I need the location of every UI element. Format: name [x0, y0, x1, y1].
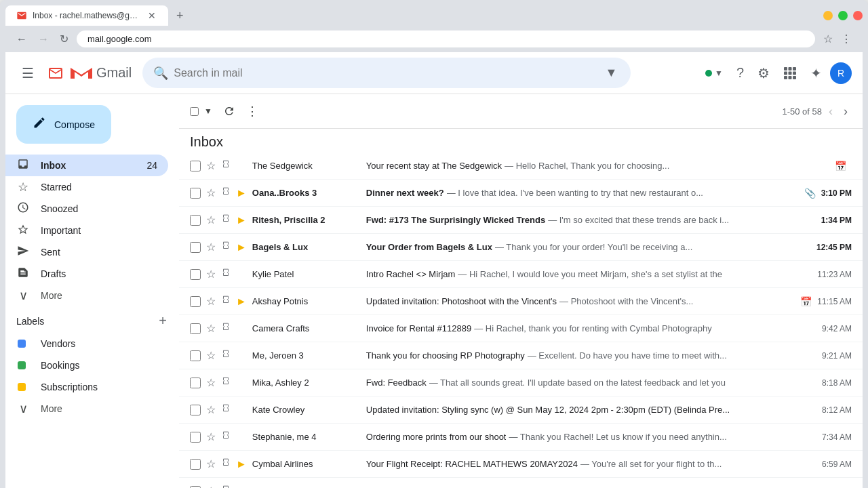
- star-icon[interactable]: ☆: [206, 430, 216, 443]
- labels-more-label: More: [41, 403, 62, 414]
- search-filter-button[interactable]: ▼: [602, 63, 620, 83]
- star-icon[interactable]: ☆: [206, 186, 216, 199]
- labels-more-item[interactable]: ∨ More: [5, 398, 168, 420]
- tab-close-button[interactable]: ✕: [146, 9, 157, 22]
- email-row[interactable]: ☆ ► Bagels & Lux Your Order from Bagels …: [179, 234, 863, 261]
- calendar-icon: 📅: [800, 296, 812, 307]
- star-icon[interactable]: ☆: [206, 376, 216, 389]
- inbox-label: Inbox: [41, 160, 136, 171]
- sidebar-item-sent[interactable]: Sent: [5, 241, 168, 263]
- star-icon[interactable]: ☆: [206, 485, 216, 488]
- next-page-button[interactable]: ›: [840, 102, 852, 121]
- email-row[interactable]: ☆ ► Kate Crowley Updated invitation: Sty…: [179, 396, 863, 424]
- email-checkbox[interactable]: [190, 486, 201, 489]
- minimize-button[interactable]: −: [823, 11, 833, 20]
- select-dropdown-button[interactable]: ▼: [200, 102, 216, 120]
- bookmark-button[interactable]: ☆: [821, 30, 835, 48]
- important-marker-icon: ►: [236, 214, 247, 226]
- email-row[interactable]: ☆ ► Cymbal Airlines Your Flight Receipt:…: [179, 451, 863, 478]
- sidebar-item-subscriptions[interactable]: Subscriptions: [5, 376, 168, 398]
- select-all-checkbox[interactable]: [190, 107, 199, 116]
- important-marker-icon: ►: [236, 458, 247, 470]
- email-checkbox[interactable]: [190, 459, 201, 470]
- hamburger-menu-button[interactable]: ☰: [16, 60, 39, 87]
- email-sender: The Sedgewick: [252, 161, 361, 171]
- more-options-button[interactable]: ⋮: [242, 100, 262, 123]
- email-row[interactable]: ☆ ► Stephanie, me 4 Ordering more prints…: [179, 424, 863, 451]
- star-icon[interactable]: ☆: [206, 268, 216, 281]
- sidebar-item-starred[interactable]: ☆ Starred: [5, 176, 168, 198]
- snooze-icon: [221, 214, 231, 226]
- email-row[interactable]: ☆ ► Camera Crafts Invoice for Rental #11…: [179, 315, 863, 342]
- add-label-button[interactable]: +: [157, 312, 168, 330]
- star-icon[interactable]: ☆: [206, 159, 216, 172]
- email-row[interactable]: ☆ ► Earl, Keri, me 4 Confirm stylists fo…: [179, 478, 863, 488]
- snooze-icon: [221, 377, 231, 388]
- back-button[interactable]: ←: [14, 30, 30, 48]
- select-all-checkbox-wrap[interactable]: ▼: [190, 102, 216, 120]
- email-preview: — I love that idea. I've been wanting to…: [447, 188, 799, 198]
- grid-apps-button[interactable]: [778, 61, 802, 85]
- header-icons: ▼ ? ⚙ ✦ R: [700, 60, 852, 87]
- email-checkbox[interactable]: [190, 215, 201, 226]
- email-checkbox[interactable]: [190, 350, 201, 361]
- sidebar-item-vendors[interactable]: Vendors: [5, 333, 168, 354]
- address-bar[interactable]: mail.google.com: [77, 30, 815, 47]
- sidebar-item-bookings[interactable]: Bookings: [5, 354, 168, 376]
- email-checkbox[interactable]: [190, 432, 201, 443]
- labels-title: Labels: [16, 316, 44, 327]
- email-row[interactable]: ☆ ► Kylie Patel Intro Rachel <> Mirjam —…: [179, 261, 863, 288]
- email-checkbox[interactable]: [190, 242, 201, 253]
- email-checkbox[interactable]: [190, 378, 201, 388]
- sidebar-item-important[interactable]: Important: [5, 220, 168, 241]
- email-preview: — Hi Rachel, thank you for renting with …: [474, 323, 816, 333]
- sidebar-item-snoozed[interactable]: Snoozed: [5, 198, 168, 220]
- prev-page-button[interactable]: ‹: [825, 102, 837, 121]
- star-icon[interactable]: ☆: [206, 214, 216, 226]
- sidebar-item-more[interactable]: ∨ More: [5, 285, 168, 306]
- email-row[interactable]: ☆ ► Akshay Potnis Updated invitation: Ph…: [179, 288, 863, 315]
- email-row[interactable]: ☆ ► Ritesh, Priscilla 2 Fwd: #173 The Su…: [179, 207, 863, 234]
- sidebar-item-inbox[interactable]: Inbox 24: [5, 155, 168, 176]
- snooze-icon: [221, 404, 231, 415]
- important-marker-icon: ►: [236, 241, 247, 253]
- email-row[interactable]: ☆ ► Mika, Ashley 2 Fwd: Feedback — That …: [179, 369, 863, 396]
- browser-tab[interactable]: Inbox - rachel.mathews@gmail.com ✕: [5, 5, 168, 26]
- refresh-button[interactable]: [219, 101, 239, 121]
- email-row[interactable]: ☆ ► Me, Jeroen 3 Thank you for choosing …: [179, 342, 863, 369]
- email-checkbox[interactable]: [190, 296, 201, 307]
- email-preview: — Excellent. Do have you have time to me…: [528, 350, 816, 361]
- star-icon[interactable]: ☆: [206, 403, 216, 416]
- settings-button[interactable]: ⚙: [752, 60, 775, 87]
- star-icon[interactable]: ☆: [206, 322, 216, 335]
- star-icon[interactable]: ☆: [206, 349, 216, 362]
- email-checkbox[interactable]: [190, 269, 201, 280]
- maximize-button[interactable]: □: [838, 11, 848, 20]
- email-subject: Updated invitation: Styling sync (w) @ S…: [366, 405, 730, 415]
- gemini-button[interactable]: ✦: [805, 60, 827, 87]
- email-row[interactable]: ☆ ► The Sedgewick Your recent stay at Th…: [179, 152, 863, 180]
- email-subject: Intro Rachel <> Mirjam: [366, 269, 456, 279]
- email-checkbox[interactable]: [190, 188, 201, 199]
- email-sender: Ritesh, Priscilla 2: [252, 215, 361, 225]
- browser-menu-button[interactable]: ⋮: [838, 30, 854, 48]
- user-avatar[interactable]: R: [830, 62, 852, 84]
- search-bar[interactable]: 🔍 ▼: [142, 58, 631, 88]
- star-icon[interactable]: ☆: [206, 295, 216, 308]
- email-checkbox[interactable]: [190, 323, 201, 334]
- status-indicator[interactable]: ▼: [700, 64, 728, 82]
- star-icon[interactable]: ☆: [206, 458, 216, 470]
- forward-button[interactable]: →: [35, 30, 52, 48]
- email-checkbox[interactable]: [190, 161, 201, 171]
- email-row[interactable]: ☆ ► Oana..Brooks 3 Dinner next week? — I…: [179, 180, 863, 207]
- star-icon[interactable]: ☆: [206, 241, 216, 253]
- email-checkbox[interactable]: [190, 405, 201, 415]
- sidebar-item-drafts[interactable]: Drafts: [5, 263, 168, 285]
- email-sender: Camera Crafts: [252, 323, 361, 333]
- compose-button[interactable]: Compose: [16, 105, 111, 144]
- search-input[interactable]: [174, 67, 597, 79]
- reload-button[interactable]: ↻: [57, 30, 71, 48]
- close-button[interactable]: ✕: [853, 11, 863, 20]
- help-button[interactable]: ?: [731, 60, 749, 86]
- new-tab-button[interactable]: +: [171, 6, 189, 26]
